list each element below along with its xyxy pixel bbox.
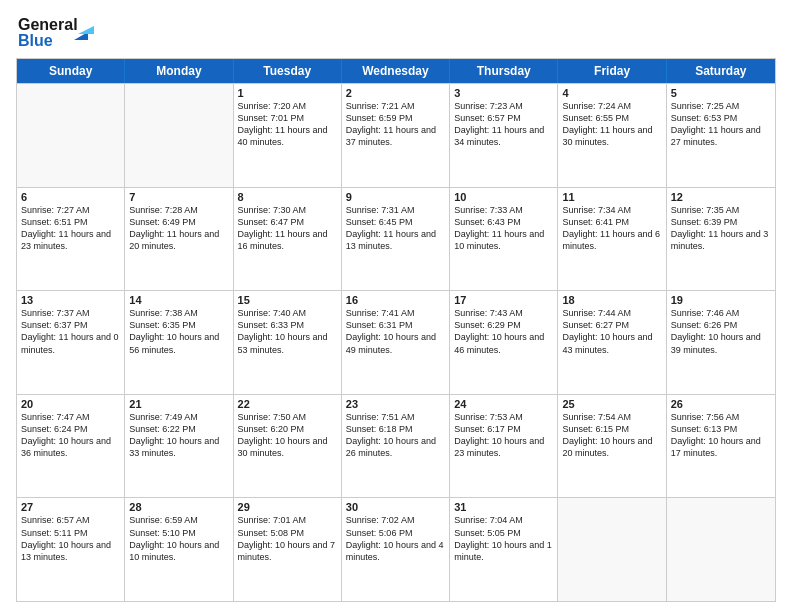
- day-number: 12: [671, 191, 771, 203]
- day-number: 25: [562, 398, 661, 410]
- day-number: 21: [129, 398, 228, 410]
- day-content: Sunrise: 7:28 AM Sunset: 6:49 PM Dayligh…: [129, 204, 228, 253]
- calendar-cell: 31Sunrise: 7:04 AM Sunset: 5:05 PM Dayli…: [450, 498, 558, 601]
- day-number: 1: [238, 87, 337, 99]
- calendar-cell: 21Sunrise: 7:49 AM Sunset: 6:22 PM Dayli…: [125, 395, 233, 498]
- calendar-cell: 20Sunrise: 7:47 AM Sunset: 6:24 PM Dayli…: [17, 395, 125, 498]
- day-content: Sunrise: 7:27 AM Sunset: 6:51 PM Dayligh…: [21, 204, 120, 253]
- day-of-week-header: Friday: [558, 59, 666, 83]
- day-content: Sunrise: 7:47 AM Sunset: 6:24 PM Dayligh…: [21, 411, 120, 460]
- day-content: Sunrise: 7:20 AM Sunset: 7:01 PM Dayligh…: [238, 100, 337, 149]
- header: General Blue: [16, 12, 776, 50]
- day-content: Sunrise: 7:21 AM Sunset: 6:59 PM Dayligh…: [346, 100, 445, 149]
- day-number: 11: [562, 191, 661, 203]
- day-number: 18: [562, 294, 661, 306]
- day-number: 16: [346, 294, 445, 306]
- day-number: 4: [562, 87, 661, 99]
- day-number: 24: [454, 398, 553, 410]
- day-content: Sunrise: 7:25 AM Sunset: 6:53 PM Dayligh…: [671, 100, 771, 149]
- day-content: Sunrise: 7:50 AM Sunset: 6:20 PM Dayligh…: [238, 411, 337, 460]
- svg-text:Blue: Blue: [18, 32, 53, 49]
- calendar-cell: 19Sunrise: 7:46 AM Sunset: 6:26 PM Dayli…: [667, 291, 775, 394]
- day-content: Sunrise: 6:57 AM Sunset: 5:11 PM Dayligh…: [21, 514, 120, 563]
- day-number: 20: [21, 398, 120, 410]
- calendar-row: 13Sunrise: 7:37 AM Sunset: 6:37 PM Dayli…: [17, 290, 775, 394]
- calendar-cell: 11Sunrise: 7:34 AM Sunset: 6:41 PM Dayli…: [558, 188, 666, 291]
- calendar-cell: 26Sunrise: 7:56 AM Sunset: 6:13 PM Dayli…: [667, 395, 775, 498]
- calendar-cell: 9Sunrise: 7:31 AM Sunset: 6:45 PM Daylig…: [342, 188, 450, 291]
- calendar-cell: 23Sunrise: 7:51 AM Sunset: 6:18 PM Dayli…: [342, 395, 450, 498]
- day-content: Sunrise: 7:44 AM Sunset: 6:27 PM Dayligh…: [562, 307, 661, 356]
- day-number: 7: [129, 191, 228, 203]
- calendar-cell: 14Sunrise: 7:38 AM Sunset: 6:35 PM Dayli…: [125, 291, 233, 394]
- day-of-week-header: Saturday: [667, 59, 775, 83]
- calendar-cell: 29Sunrise: 7:01 AM Sunset: 5:08 PM Dayli…: [234, 498, 342, 601]
- day-number: 9: [346, 191, 445, 203]
- calendar-cell: 5Sunrise: 7:25 AM Sunset: 6:53 PM Daylig…: [667, 84, 775, 187]
- day-number: 27: [21, 501, 120, 513]
- day-number: 14: [129, 294, 228, 306]
- calendar-cell: 10Sunrise: 7:33 AM Sunset: 6:43 PM Dayli…: [450, 188, 558, 291]
- day-content: Sunrise: 7:02 AM Sunset: 5:06 PM Dayligh…: [346, 514, 445, 563]
- day-content: Sunrise: 7:51 AM Sunset: 6:18 PM Dayligh…: [346, 411, 445, 460]
- day-number: 28: [129, 501, 228, 513]
- svg-marker-3: [78, 26, 94, 34]
- day-number: 17: [454, 294, 553, 306]
- calendar-cell: [17, 84, 125, 187]
- day-content: Sunrise: 7:24 AM Sunset: 6:55 PM Dayligh…: [562, 100, 661, 149]
- day-number: 15: [238, 294, 337, 306]
- day-content: Sunrise: 7:41 AM Sunset: 6:31 PM Dayligh…: [346, 307, 445, 356]
- day-of-week-header: Tuesday: [234, 59, 342, 83]
- calendar-cell: [125, 84, 233, 187]
- day-number: 19: [671, 294, 771, 306]
- calendar-cell: 15Sunrise: 7:40 AM Sunset: 6:33 PM Dayli…: [234, 291, 342, 394]
- calendar-cell: 25Sunrise: 7:54 AM Sunset: 6:15 PM Dayli…: [558, 395, 666, 498]
- day-number: 8: [238, 191, 337, 203]
- calendar-cell: 12Sunrise: 7:35 AM Sunset: 6:39 PM Dayli…: [667, 188, 775, 291]
- day-content: Sunrise: 7:33 AM Sunset: 6:43 PM Dayligh…: [454, 204, 553, 253]
- day-number: 5: [671, 87, 771, 99]
- calendar-cell: [558, 498, 666, 601]
- day-content: Sunrise: 7:37 AM Sunset: 6:37 PM Dayligh…: [21, 307, 120, 356]
- calendar: SundayMondayTuesdayWednesdayThursdayFrid…: [16, 58, 776, 602]
- day-content: Sunrise: 7:53 AM Sunset: 6:17 PM Dayligh…: [454, 411, 553, 460]
- calendar-header-row: SundayMondayTuesdayWednesdayThursdayFrid…: [17, 59, 775, 83]
- calendar-cell: 3Sunrise: 7:23 AM Sunset: 6:57 PM Daylig…: [450, 84, 558, 187]
- day-of-week-header: Sunday: [17, 59, 125, 83]
- calendar-cell: 27Sunrise: 6:57 AM Sunset: 5:11 PM Dayli…: [17, 498, 125, 601]
- day-number: 29: [238, 501, 337, 513]
- calendar-cell: 17Sunrise: 7:43 AM Sunset: 6:29 PM Dayli…: [450, 291, 558, 394]
- day-number: 6: [21, 191, 120, 203]
- day-content: Sunrise: 7:01 AM Sunset: 5:08 PM Dayligh…: [238, 514, 337, 563]
- day-content: Sunrise: 7:46 AM Sunset: 6:26 PM Dayligh…: [671, 307, 771, 356]
- calendar-cell: 8Sunrise: 7:30 AM Sunset: 6:47 PM Daylig…: [234, 188, 342, 291]
- day-number: 22: [238, 398, 337, 410]
- calendar-body: 1Sunrise: 7:20 AM Sunset: 7:01 PM Daylig…: [17, 83, 775, 601]
- day-of-week-header: Wednesday: [342, 59, 450, 83]
- page: General Blue SundayMondayTuesdayWednesda…: [0, 0, 792, 612]
- calendar-cell: 1Sunrise: 7:20 AM Sunset: 7:01 PM Daylig…: [234, 84, 342, 187]
- calendar-cell: 28Sunrise: 6:59 AM Sunset: 5:10 PM Dayli…: [125, 498, 233, 601]
- logo: General Blue: [16, 12, 106, 50]
- day-number: 31: [454, 501, 553, 513]
- calendar-cell: 2Sunrise: 7:21 AM Sunset: 6:59 PM Daylig…: [342, 84, 450, 187]
- calendar-cell: 18Sunrise: 7:44 AM Sunset: 6:27 PM Dayli…: [558, 291, 666, 394]
- day-number: 30: [346, 501, 445, 513]
- day-number: 3: [454, 87, 553, 99]
- calendar-cell: 24Sunrise: 7:53 AM Sunset: 6:17 PM Dayli…: [450, 395, 558, 498]
- day-number: 26: [671, 398, 771, 410]
- svg-text:General: General: [18, 16, 78, 33]
- calendar-cell: 22Sunrise: 7:50 AM Sunset: 6:20 PM Dayli…: [234, 395, 342, 498]
- day-content: Sunrise: 7:54 AM Sunset: 6:15 PM Dayligh…: [562, 411, 661, 460]
- calendar-row: 1Sunrise: 7:20 AM Sunset: 7:01 PM Daylig…: [17, 83, 775, 187]
- day-content: Sunrise: 7:04 AM Sunset: 5:05 PM Dayligh…: [454, 514, 553, 563]
- day-content: Sunrise: 7:30 AM Sunset: 6:47 PM Dayligh…: [238, 204, 337, 253]
- day-content: Sunrise: 7:31 AM Sunset: 6:45 PM Dayligh…: [346, 204, 445, 253]
- calendar-cell: 30Sunrise: 7:02 AM Sunset: 5:06 PM Dayli…: [342, 498, 450, 601]
- day-of-week-header: Thursday: [450, 59, 558, 83]
- day-content: Sunrise: 7:23 AM Sunset: 6:57 PM Dayligh…: [454, 100, 553, 149]
- day-content: Sunrise: 7:35 AM Sunset: 6:39 PM Dayligh…: [671, 204, 771, 253]
- calendar-cell: 6Sunrise: 7:27 AM Sunset: 6:51 PM Daylig…: [17, 188, 125, 291]
- calendar-row: 27Sunrise: 6:57 AM Sunset: 5:11 PM Dayli…: [17, 497, 775, 601]
- calendar-cell: 16Sunrise: 7:41 AM Sunset: 6:31 PM Dayli…: [342, 291, 450, 394]
